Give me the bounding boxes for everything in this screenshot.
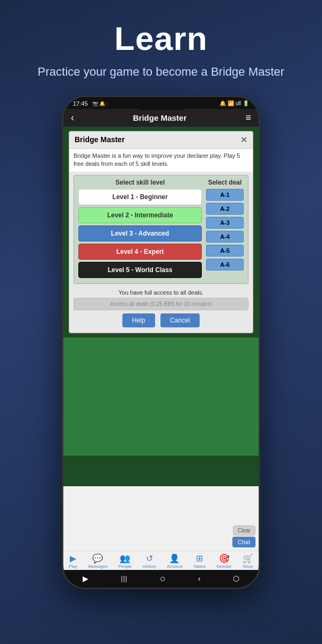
- deal-a6[interactable]: A-6: [206, 259, 244, 270]
- access-all-deals-button[interactable]: Access all deals (0.25 BBS for 30 minute…: [74, 298, 248, 310]
- messages-icon: 💬: [92, 553, 103, 564]
- account-icon: 👤: [169, 553, 180, 564]
- nav-title: Bridge Master: [133, 113, 187, 122]
- help-button[interactable]: Help: [122, 313, 155, 327]
- skill-column: Select skill level Level 1 - Beginner Le…: [78, 179, 202, 280]
- play-sys-icon[interactable]: ▶: [83, 574, 89, 583]
- menu-button[interactable]: ≡: [245, 112, 251, 123]
- nav-bar: ‹ Bridge Master ≡: [63, 109, 259, 127]
- chat-button[interactable]: Chat: [232, 537, 255, 547]
- nav-history-label: History: [143, 564, 156, 569]
- nav-shop-label: Shop: [243, 564, 253, 569]
- nav-messages[interactable]: 💬 Messages: [88, 553, 107, 569]
- dialog-overlay: Bridge Master ✕ Bridge Master is a fun w…: [63, 127, 259, 486]
- recents-sys-icon[interactable]: |||: [121, 575, 127, 582]
- app-content: Bridge Master ✕ Bridge Master is a fun w…: [63, 127, 259, 486]
- tables-icon: ⊞: [196, 553, 203, 564]
- dialog-header: Bridge Master ✕: [69, 131, 253, 149]
- signal-icon: ull: [236, 100, 241, 106]
- hero-subtitle: Practice your game to become a Bridge Ma…: [38, 64, 284, 80]
- history-icon: ↺: [146, 553, 153, 564]
- nav-account[interactable]: 👤 Account: [167, 553, 182, 569]
- nav-director[interactable]: 🎯 Director: [217, 553, 232, 569]
- nav-tables-label: Tables: [193, 564, 206, 569]
- nav-shop[interactable]: 🛒 Shop: [243, 553, 253, 569]
- skill-level-5[interactable]: Level 5 - World Class: [78, 262, 202, 278]
- skill-level-1[interactable]: Level 1 - Beginner: [78, 189, 202, 205]
- status-icons-left: 📷 🔔 ·: [92, 101, 108, 106]
- deal-a3[interactable]: A-3: [206, 217, 244, 229]
- director-icon: 🎯: [219, 553, 230, 564]
- deal-a2[interactable]: A-2: [206, 203, 244, 215]
- nav-tables[interactable]: ⊞ Tables: [193, 553, 206, 569]
- full-access-text: You have full access to all deals.: [74, 289, 248, 296]
- nav-play[interactable]: ▶ Play: [69, 553, 77, 569]
- dialog-title: Bridge Master: [75, 135, 125, 144]
- nav-history[interactable]: ↺ History: [143, 553, 156, 569]
- nav-director-label: Director: [217, 564, 232, 569]
- deal-a4[interactable]: A-4: [206, 231, 244, 243]
- nav-account-label: Account: [167, 564, 182, 569]
- dialog-footer: You have full access to all deals. Acces…: [69, 287, 253, 333]
- deal-a1[interactable]: A-1: [206, 189, 244, 201]
- status-bar: 17:45 📷 🔔 · 🔔 📶 ull 🔋: [63, 97, 259, 109]
- deal-col-header: Select deal: [206, 179, 244, 186]
- deal-column: Select deal A-1 A-2 A-3 A-4 A-5 A-6: [206, 179, 244, 280]
- skill-select-area: Select skill level Level 1 - Beginner Le…: [74, 175, 248, 284]
- green-table-area: [63, 338, 259, 456]
- white-area: Clear Chat: [63, 486, 259, 551]
- dialog-description: Bridge Master is a fun way to improve yo…: [69, 149, 253, 172]
- skill-level-4[interactable]: Level 4 - Expert: [78, 244, 202, 260]
- hero-title: Learn: [114, 19, 208, 57]
- alarm-icon: 🔔: [219, 100, 226, 106]
- nav-people[interactable]: 👥 People: [119, 553, 132, 569]
- skill-level-3[interactable]: Level 3 - Advanced: [78, 225, 202, 241]
- deal-a5[interactable]: A-5: [206, 245, 244, 257]
- status-right: 🔔 📶 ull 🔋: [219, 100, 249, 106]
- nav-play-label: Play: [69, 564, 77, 569]
- action-buttons: Help Cancel: [74, 313, 248, 331]
- home-sys-button[interactable]: ○: [160, 573, 166, 584]
- status-time: 17:45: [73, 100, 88, 107]
- dialog-close-button[interactable]: ✕: [240, 135, 247, 145]
- dialog-box: Bridge Master ✕ Bridge Master is a fun w…: [69, 131, 253, 333]
- clear-button[interactable]: Clear: [233, 525, 255, 536]
- wifi-icon: 📶: [228, 100, 234, 106]
- back-sys-button[interactable]: ‹: [198, 574, 201, 583]
- skill-level-2[interactable]: Level 2 - Intermediate: [78, 207, 202, 223]
- cancel-button[interactable]: Cancel: [160, 313, 200, 327]
- play-icon: ▶: [70, 553, 76, 564]
- shop-icon: 🛒: [243, 553, 253, 564]
- nav-people-label: People: [119, 564, 132, 569]
- extra-sys-icon[interactable]: ⬡: [233, 574, 239, 583]
- people-icon: 👥: [120, 553, 130, 564]
- nav-messages-label: Messages: [88, 564, 107, 569]
- back-button[interactable]: ‹: [71, 112, 74, 123]
- battery-icon: 🔋: [243, 100, 249, 106]
- status-left: 17:45 📷 🔔 ·: [73, 100, 108, 107]
- phone-shell: 17:45 📷 🔔 · 🔔 📶 ull 🔋 ‹ Bridge Master ≡ …: [62, 96, 260, 589]
- bottom-nav: ▶ Play 💬 Messages 👥 People ↺ History 👤 A…: [63, 551, 259, 570]
- skill-col-header: Select skill level: [78, 179, 202, 186]
- system-nav: ▶ ||| ○ ‹ ⬡: [63, 570, 259, 588]
